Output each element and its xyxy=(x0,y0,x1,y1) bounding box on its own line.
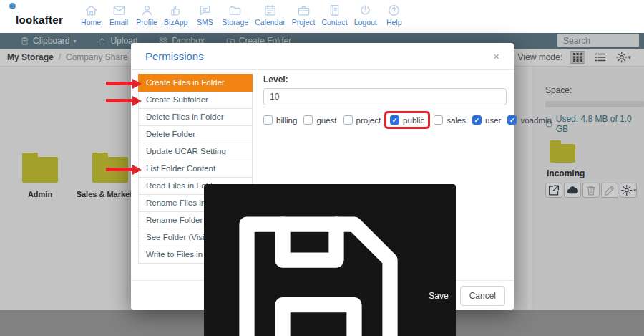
profile-icon xyxy=(140,4,154,17)
permission-detail: Level: billing guest project public sale… xyxy=(263,75,507,125)
top-header: lookafter Home Email Profile BizApp SMS … xyxy=(0,0,644,33)
permissions-modal: Permissions × Create Files in FolderCrea… xyxy=(131,43,514,310)
storage-icon xyxy=(228,4,242,17)
save-button-label: Save xyxy=(429,291,448,301)
nav-item-storage[interactable]: Storage xyxy=(222,4,248,27)
email-icon xyxy=(112,4,126,17)
nav-item-calendar[interactable]: Calendar xyxy=(255,4,286,27)
project-icon xyxy=(297,4,311,17)
nav-item-sms[interactable]: SMS xyxy=(194,4,215,27)
modal-title: Permissions xyxy=(145,50,204,62)
checkbox-icon[interactable] xyxy=(390,115,399,125)
checkbox-public-highlighted[interactable]: public xyxy=(384,111,430,129)
contact-icon xyxy=(328,4,341,17)
bizapp-icon xyxy=(169,4,182,17)
level-label: Level: xyxy=(263,75,507,85)
permission-update-ucar-setting[interactable]: Update UCAR Setting xyxy=(138,143,253,160)
cancel-button[interactable]: Cancel xyxy=(460,286,505,306)
nav-item-contact[interactable]: Contact xyxy=(321,4,347,27)
checkbox-icon[interactable] xyxy=(303,115,313,125)
nav-item-project[interactable]: Project xyxy=(292,4,316,27)
checkbox-user[interactable]: user xyxy=(472,115,501,125)
nav-item-bizapp[interactable]: BizApp xyxy=(164,4,187,27)
checkbox-project[interactable]: project xyxy=(343,115,381,125)
nav-item-email[interactable]: Email xyxy=(108,4,130,27)
nav-item-profile[interactable]: Profile xyxy=(136,4,157,27)
nav-item-home[interactable]: Home xyxy=(80,4,102,27)
checkbox-billing[interactable]: billing xyxy=(263,115,297,125)
checkbox-icon[interactable] xyxy=(434,115,443,125)
permission-delete-folder[interactable]: Delete Folder xyxy=(138,125,253,143)
permission-list-folder-content[interactable]: List Folder Content xyxy=(138,160,253,178)
help-icon xyxy=(387,4,401,17)
sms-icon xyxy=(198,4,212,17)
floppy-save-icon xyxy=(211,188,426,336)
modal-footer: Save Cancel xyxy=(131,280,514,310)
permission-create-files-in-folder[interactable]: Create Files in Folder xyxy=(138,74,253,92)
logout-icon xyxy=(358,4,372,17)
save-button[interactable]: Save xyxy=(204,184,455,336)
checkbox-icon[interactable] xyxy=(343,115,353,125)
modal-header: Permissions × xyxy=(131,43,514,70)
checkbox-icon[interactable] xyxy=(507,115,517,125)
checkbox-icon[interactable] xyxy=(472,115,482,125)
permission-create-subfolder[interactable]: Create Subfolder xyxy=(138,91,253,109)
group-checkbox-row: billing guest project public sales user … xyxy=(263,115,507,125)
checkbox-voadmin[interactable]: voadmin xyxy=(507,115,551,125)
checkbox-sales[interactable]: sales xyxy=(434,115,466,125)
calendar-icon xyxy=(263,4,277,17)
level-input[interactable] xyxy=(263,88,507,105)
checkbox-icon[interactable] xyxy=(263,115,273,125)
home-icon xyxy=(84,4,98,17)
nav-item-help[interactable]: Help xyxy=(384,4,405,27)
main-nav: Home Email Profile BizApp SMS Storage Ca… xyxy=(80,4,405,29)
checkbox-guest[interactable]: guest xyxy=(303,115,336,125)
blue-dot-icon xyxy=(9,3,16,9)
app-logo: lookafter xyxy=(16,8,63,26)
nav-item-logout[interactable]: Logout xyxy=(354,4,377,27)
app-page: lookafter Home Email Profile BizApp SMS … xyxy=(0,0,644,336)
close-icon[interactable]: × xyxy=(493,51,499,62)
permission-delete-files-in-folder[interactable]: Delete Files in Folder xyxy=(138,108,253,126)
